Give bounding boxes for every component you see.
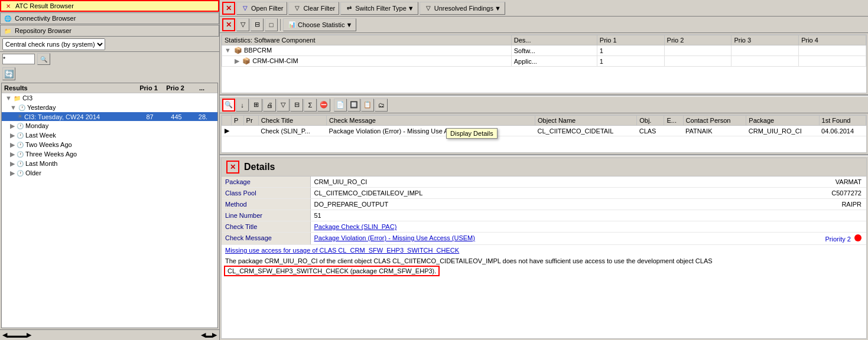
refresh-button[interactable]: 🔄 [2, 67, 15, 80]
switch-filter-icon: ⇄ [344, 4, 354, 13]
tab-bar: ✕ ATC Result Browser 🌐 Connectivity Brow… [0, 0, 219, 37]
col-first-found[interactable]: 1st Found [819, 116, 866, 126]
col-p[interactable]: P [232, 116, 244, 126]
col-obj[interactable]: Obj. [637, 116, 664, 126]
older-label: Older [25, 169, 216, 176]
tree-row-older[interactable]: ▶ 🕐 Older [2, 168, 217, 178]
stats-filter-btn[interactable]: ▽ [236, 18, 249, 31]
row-package: CRM_UIU_RO_CI [746, 126, 819, 136]
detail-label-linenumber: Line Number [222, 210, 310, 221]
col-check-message[interactable]: Check Message [327, 116, 535, 126]
message-link-row[interactable]: Missing use access for usage of CLAS CL_… [222, 245, 866, 256]
stats-col-prio4[interactable]: Prio 4 [799, 35, 866, 45]
last-month-label: Last Month [25, 160, 216, 167]
switch-filter-label: Switch Filter Type [355, 5, 407, 12]
tree-row-three-weeks[interactable]: ▶ 🕐 Three Weeks Ago [2, 149, 217, 159]
expand-icon-two-weeks: ▶ [10, 141, 15, 149]
results-doc-btn[interactable]: 📄 [334, 99, 347, 112]
stats-col-name[interactable]: Statistics: Software Component [222, 35, 512, 45]
close-details-button[interactable]: ✕ [226, 161, 239, 174]
close-stats-icon: ✕ [226, 21, 232, 29]
results-nav-btn1[interactable]: ↓ [236, 99, 249, 112]
row-expand-icon: ▶ [222, 126, 232, 136]
tree-col-prio2: Prio 2 [162, 84, 188, 91]
col-e[interactable]: E... [664, 116, 683, 126]
results-nav-btn2[interactable]: ⊞ [249, 99, 262, 112]
stats-row-crm-chm-cim[interactable]: ▶ 📦 CRM-CHM-CIM Applic... 1 [222, 56, 866, 67]
tree-row-monday[interactable]: ▶ 🕐 Monday [2, 121, 217, 130]
yesterday-icon: 🕐 [18, 103, 26, 112]
results-row[interactable]: ▶ Check (SLIN_P... Package Violation (Er… [222, 126, 866, 136]
tree-row-last-week[interactable]: ▶ 🕐 Last Week [2, 130, 217, 140]
close-stats-button[interactable]: ✕ [222, 18, 235, 31]
detail-value-method: DO_PREPARE_OUTPUT [310, 199, 750, 210]
col-expand[interactable] [222, 116, 232, 126]
stats-col-desc[interactable]: Des... [511, 35, 597, 45]
splitter-results-details[interactable] [220, 154, 868, 156]
bbpcrm-prio3 [732, 45, 799, 56]
display-details-button[interactable]: 🔍 [222, 99, 235, 112]
col-contact[interactable]: Contact Person [683, 116, 746, 126]
results-filter-btn[interactable]: ▽ [277, 99, 290, 112]
left-nav-prev[interactable]: ◀ [2, 331, 7, 339]
check-message-link[interactable]: Package Violation (Error) - Missing Use … [314, 234, 475, 241]
long-text-row: The package CRM_UIU_RO_CI of the client … [222, 256, 866, 266]
choose-stat-icon: 📊 [287, 20, 297, 30]
results-block-btn[interactable]: ⛔ [317, 99, 330, 112]
stats-row-bbpcrm[interactable]: ▼ 📦 BBPCRM Softw... 1 [222, 45, 866, 56]
tree-row-ci3[interactable]: ▼ 📁 CI3 [2, 93, 217, 103]
left-nav-prev2[interactable]: ◀ [201, 331, 206, 339]
row-p [232, 126, 244, 136]
results-sort-btn[interactable]: ⊟ [290, 99, 303, 112]
clear-filter-label: Clear Filter [303, 5, 335, 12]
choose-statistic-button[interactable]: 📊 Choose Statistic ▼ [283, 18, 356, 31]
results-sep-btn [331, 99, 333, 112]
unresolved-findings-button[interactable]: ▽ Unresolved Findings ▼ [420, 2, 505, 15]
crm-chm-prio1: 1 [597, 56, 664, 67]
col-pr[interactable]: Pr [243, 116, 258, 126]
close-filter-button[interactable]: ✕ [222, 2, 235, 15]
results-print-btn[interactable]: 🖨 [263, 99, 276, 112]
tree-row-yesterday[interactable]: ▼ 🕐 Yesterday [2, 103, 217, 112]
open-filter-button[interactable]: ▽ Open Filter [236, 2, 287, 15]
results-clip-btn[interactable]: 📋 [361, 99, 374, 112]
switch-filter-type-button[interactable]: ⇄ Switch Filter Type ▼ [340, 2, 418, 15]
col-object-name[interactable]: Object Name [535, 116, 637, 126]
stats-nav-btn[interactable]: ⊟ [251, 18, 264, 31]
two-weeks-label: Two Weeks Ago [25, 141, 216, 148]
tree-row-two-weeks[interactable]: ▶ 🕐 Two Weeks Ago [2, 140, 217, 149]
detail-value-checkmessage[interactable]: Package Violation (Error) - Missing Use … [310, 233, 750, 245]
row-object-name: CL_CIITEMCO_CIDETAIL [535, 126, 637, 136]
check-title-link[interactable]: Package Check (SLIN_PAC) [314, 223, 397, 230]
monday-label: Monday [25, 122, 216, 129]
details-header: ✕ Details [222, 158, 866, 176]
stats-col-prio3[interactable]: Prio 3 [732, 35, 799, 45]
col-check-title[interactable]: Check Title [258, 116, 326, 126]
detail-value-linenumber: 51 [310, 210, 750, 221]
left-nav-next[interactable]: ▶ [27, 331, 31, 339]
stats-layout-btn[interactable]: □ [265, 18, 278, 31]
left-nav-next2[interactable]: ▶ [212, 331, 217, 339]
message-link[interactable]: Missing use access for usage of CLAS CL_… [225, 247, 459, 254]
results-layout-btn[interactable]: 🗂 [375, 99, 388, 112]
col-package[interactable]: Package [746, 116, 819, 126]
detail-label-classpool: Class Pool [222, 188, 310, 199]
run-type-dropdown[interactable]: Central check runs (by system) Local che… [2, 38, 105, 50]
results-grid-btn[interactable]: 🔲 [347, 99, 360, 112]
tab-connectivity[interactable]: 🌐 Connectivity Browser [0, 12, 219, 24]
top-filter-toolbar: ✕ ▽ Open Filter ▽ Clear Filter ⇄ Switch … [220, 0, 868, 17]
tab-repository[interactable]: 📁 Repository Browser [0, 25, 219, 37]
stats-col-prio1[interactable]: Prio 1 [597, 35, 664, 45]
clear-filter-button[interactable]: ▽ Clear Filter [288, 2, 339, 15]
crm-chm-name: CRM-CHM-CIM [252, 57, 298, 64]
tree-row-last-month[interactable]: ▶ 🕐 Last Month [2, 159, 217, 168]
search-input[interactable] [2, 54, 35, 64]
tree-row-ci3-item[interactable]: ☀ CI3: Tuesday, CW24 2014 87 445 28. [2, 112, 217, 121]
search-button[interactable]: 🔍 [37, 53, 50, 65]
results-sum-btn[interactable]: Σ [304, 99, 317, 112]
detail-value-checktitle[interactable]: Package Check (SLIN_PAC) [310, 221, 750, 233]
row-e [664, 126, 683, 136]
long-text: The package CRM_UIU_RO_CI of the client … [225, 257, 713, 264]
stats-col-prio2[interactable]: Prio 2 [664, 35, 732, 45]
tab-atc-result[interactable]: ✕ ATC Result Browser [0, 0, 219, 12]
